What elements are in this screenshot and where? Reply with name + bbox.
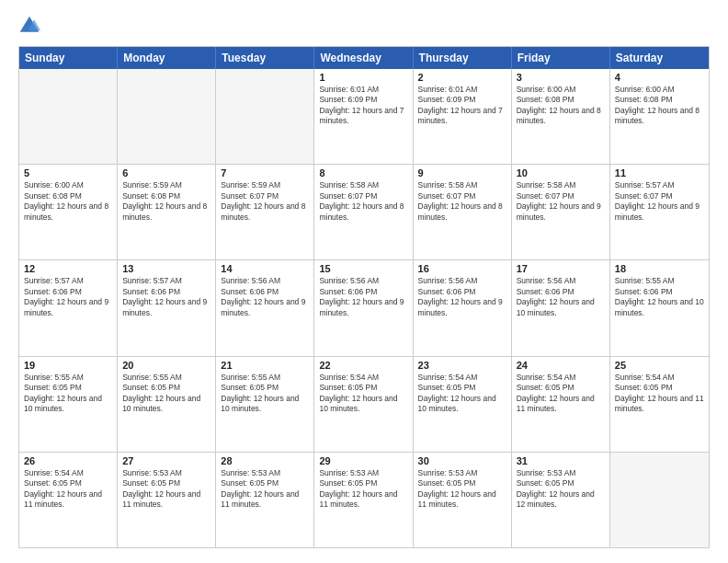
calendar-cell: 6Sunrise: 5:59 AM Sunset: 6:08 PM Daylig…: [118, 165, 216, 259]
day-number: 8: [319, 167, 407, 178]
calendar-cell: [19, 69, 118, 164]
calendar-cell: 26Sunrise: 5:54 AM Sunset: 6:05 PM Dayli…: [19, 453, 118, 547]
day-info: Sunrise: 5:53 AM Sunset: 6:05 PM Dayligh…: [122, 468, 210, 511]
calendar-cell: 5Sunrise: 6:00 AM Sunset: 6:08 PM Daylig…: [19, 165, 118, 259]
day-info: Sunrise: 5:56 AM Sunset: 6:06 PM Dayligh…: [418, 276, 506, 318]
calendar-cell: 20Sunrise: 5:55 AM Sunset: 6:05 PM Dayli…: [118, 357, 216, 452]
day-info: Sunrise: 5:56 AM Sunset: 6:06 PM Dayligh…: [517, 276, 605, 318]
calendar-cell: 10Sunrise: 5:58 AM Sunset: 6:07 PM Dayli…: [512, 165, 610, 259]
day-number: 5: [24, 167, 112, 178]
day-number: 13: [122, 263, 210, 274]
cal-header-day: Thursday: [414, 47, 512, 69]
page: SundayMondayTuesdayWednesdayThursdayFrid…: [0, 0, 728, 563]
cal-header-day: Sunday: [19, 47, 118, 69]
day-number: 10: [517, 167, 605, 178]
day-info: Sunrise: 5:53 AM Sunset: 6:05 PM Dayligh…: [319, 468, 407, 511]
day-info: Sunrise: 5:55 AM Sunset: 6:05 PM Dayligh…: [221, 373, 309, 415]
header: [18, 15, 710, 37]
calendar-cell: 17Sunrise: 5:56 AM Sunset: 6:06 PM Dayli…: [512, 260, 610, 355]
calendar-header: SundayMondayTuesdayWednesdayThursdayFrid…: [19, 47, 709, 69]
calendar-row: 26Sunrise: 5:54 AM Sunset: 6:05 PM Dayli…: [19, 452, 709, 547]
day-info: Sunrise: 5:57 AM Sunset: 6:06 PM Dayligh…: [122, 276, 210, 318]
day-number: 24: [517, 360, 605, 371]
calendar-cell: 9Sunrise: 5:58 AM Sunset: 6:07 PM Daylig…: [414, 165, 512, 259]
day-info: Sunrise: 5:59 AM Sunset: 6:07 PM Dayligh…: [221, 180, 309, 223]
cal-header-day: Monday: [118, 47, 216, 69]
calendar-cell: 3Sunrise: 6:00 AM Sunset: 6:08 PM Daylig…: [512, 69, 610, 164]
day-info: Sunrise: 5:58 AM Sunset: 6:07 PM Dayligh…: [418, 180, 506, 223]
calendar-cell: 7Sunrise: 5:59 AM Sunset: 6:07 PM Daylig…: [216, 165, 314, 259]
calendar: SundayMondayTuesdayWednesdayThursdayFrid…: [18, 46, 710, 548]
calendar-cell: [610, 453, 709, 547]
calendar-cell: 13Sunrise: 5:57 AM Sunset: 6:06 PM Dayli…: [118, 260, 216, 355]
day-info: Sunrise: 5:54 AM Sunset: 6:05 PM Dayligh…: [615, 373, 704, 415]
day-number: 31: [517, 455, 605, 466]
day-info: Sunrise: 5:57 AM Sunset: 6:06 PM Dayligh…: [24, 276, 112, 318]
day-number: 18: [615, 263, 704, 274]
day-info: Sunrise: 5:55 AM Sunset: 6:06 PM Dayligh…: [615, 276, 704, 318]
day-info: Sunrise: 6:00 AM Sunset: 6:08 PM Dayligh…: [517, 85, 605, 127]
calendar-cell: 8Sunrise: 5:58 AM Sunset: 6:07 PM Daylig…: [314, 165, 413, 259]
day-number: 7: [221, 167, 309, 178]
day-number: 16: [418, 263, 506, 274]
day-info: Sunrise: 5:58 AM Sunset: 6:07 PM Dayligh…: [319, 180, 407, 223]
calendar-cell: 24Sunrise: 5:54 AM Sunset: 6:05 PM Dayli…: [512, 357, 610, 452]
day-number: 9: [418, 167, 506, 178]
day-info: Sunrise: 6:00 AM Sunset: 6:08 PM Dayligh…: [615, 85, 704, 127]
day-number: 28: [221, 455, 309, 466]
calendar-cell: 21Sunrise: 5:55 AM Sunset: 6:05 PM Dayli…: [216, 357, 314, 452]
calendar-cell: [118, 69, 216, 164]
calendar-cell: 4Sunrise: 6:00 AM Sunset: 6:08 PM Daylig…: [610, 69, 709, 164]
calendar-cell: 14Sunrise: 5:56 AM Sunset: 6:06 PM Dayli…: [216, 260, 314, 355]
day-info: Sunrise: 5:57 AM Sunset: 6:07 PM Dayligh…: [615, 180, 704, 223]
calendar-cell: 31Sunrise: 5:53 AM Sunset: 6:05 PM Dayli…: [512, 453, 610, 547]
day-number: 14: [221, 263, 309, 274]
calendar-cell: 18Sunrise: 5:55 AM Sunset: 6:06 PM Dayli…: [610, 260, 709, 355]
day-number: 11: [615, 167, 704, 178]
day-number: 3: [517, 72, 605, 83]
logo: [18, 15, 44, 37]
calendar-cell: 11Sunrise: 5:57 AM Sunset: 6:07 PM Dayli…: [610, 165, 709, 259]
day-number: 30: [418, 455, 506, 466]
day-info: Sunrise: 5:53 AM Sunset: 6:05 PM Dayligh…: [418, 468, 506, 511]
calendar-cell: 12Sunrise: 5:57 AM Sunset: 6:06 PM Dayli…: [19, 260, 118, 355]
calendar-cell: 15Sunrise: 5:56 AM Sunset: 6:06 PM Dayli…: [314, 260, 413, 355]
day-number: 2: [418, 72, 506, 83]
day-info: Sunrise: 5:54 AM Sunset: 6:05 PM Dayligh…: [517, 373, 605, 415]
day-info: Sunrise: 5:56 AM Sunset: 6:06 PM Dayligh…: [319, 276, 407, 318]
day-info: Sunrise: 5:56 AM Sunset: 6:06 PM Dayligh…: [221, 276, 309, 318]
day-info: Sunrise: 5:53 AM Sunset: 6:05 PM Dayligh…: [517, 468, 605, 511]
day-info: Sunrise: 5:55 AM Sunset: 6:05 PM Dayligh…: [24, 373, 112, 415]
day-number: 19: [24, 360, 112, 371]
cal-header-day: Saturday: [610, 47, 709, 69]
cal-header-day: Wednesday: [314, 47, 413, 69]
calendar-row: 12Sunrise: 5:57 AM Sunset: 6:06 PM Dayli…: [19, 259, 709, 355]
calendar-cell: 25Sunrise: 5:54 AM Sunset: 6:05 PM Dayli…: [610, 357, 709, 452]
day-info: Sunrise: 5:54 AM Sunset: 6:05 PM Dayligh…: [24, 468, 112, 511]
calendar-cell: 1Sunrise: 6:01 AM Sunset: 6:09 PM Daylig…: [314, 69, 413, 164]
day-number: 21: [221, 360, 309, 371]
day-number: 27: [122, 455, 210, 466]
cal-header-day: Friday: [512, 47, 610, 69]
calendar-cell: 19Sunrise: 5:55 AM Sunset: 6:05 PM Dayli…: [19, 357, 118, 452]
calendar-cell: 2Sunrise: 6:01 AM Sunset: 6:09 PM Daylig…: [414, 69, 512, 164]
day-number: 12: [24, 263, 112, 274]
day-info: Sunrise: 5:54 AM Sunset: 6:05 PM Dayligh…: [418, 373, 506, 415]
day-info: Sunrise: 5:58 AM Sunset: 6:07 PM Dayligh…: [517, 180, 605, 223]
calendar-cell: [216, 69, 314, 164]
calendar-cell: 29Sunrise: 5:53 AM Sunset: 6:05 PM Dayli…: [314, 453, 413, 547]
day-info: Sunrise: 5:59 AM Sunset: 6:08 PM Dayligh…: [122, 180, 210, 223]
day-info: Sunrise: 5:55 AM Sunset: 6:05 PM Dayligh…: [122, 373, 210, 415]
day-number: 20: [122, 360, 210, 371]
day-info: Sunrise: 5:53 AM Sunset: 6:05 PM Dayligh…: [221, 468, 309, 511]
day-number: 29: [319, 455, 407, 466]
day-number: 1: [319, 72, 407, 83]
day-info: Sunrise: 5:54 AM Sunset: 6:05 PM Dayligh…: [319, 373, 407, 415]
day-number: 4: [615, 72, 704, 83]
calendar-row: 19Sunrise: 5:55 AM Sunset: 6:05 PM Dayli…: [19, 356, 709, 452]
day-number: 26: [24, 455, 112, 466]
day-number: 25: [615, 360, 704, 371]
day-info: Sunrise: 6:01 AM Sunset: 6:09 PM Dayligh…: [418, 85, 506, 127]
calendar-row: 5Sunrise: 6:00 AM Sunset: 6:08 PM Daylig…: [19, 164, 709, 259]
calendar-cell: 30Sunrise: 5:53 AM Sunset: 6:05 PM Dayli…: [414, 453, 512, 547]
